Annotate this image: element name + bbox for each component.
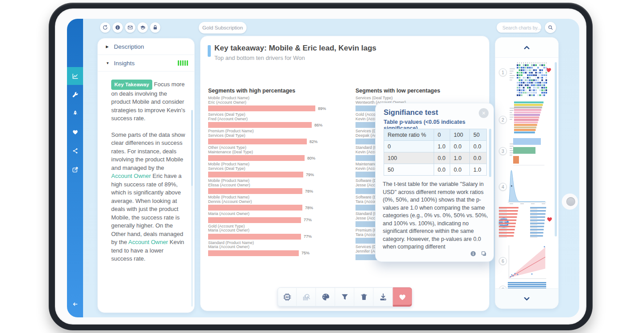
section-insights[interactable]: ▼ Insights bbox=[98, 55, 194, 72]
chart-thumbnail-4[interactable]: 4 bbox=[495, 167, 559, 205]
table-header-cell: 50 bbox=[470, 129, 487, 141]
table-cell: 0.0 bbox=[470, 152, 487, 164]
significance-popup: Signifiance test × Table p-values (<0.05… bbox=[375, 103, 494, 262]
driver-value: 77% bbox=[304, 234, 312, 239]
driver-row: Other (Account Type)Maintenance (Deal Ty… bbox=[208, 146, 337, 161]
driver-row: Mobile (Product Name)Dennis (Account Own… bbox=[208, 195, 337, 211]
home-button[interactable] bbox=[566, 197, 575, 206]
driver-value: 78% bbox=[305, 206, 313, 210]
chart-thumbnail-2[interactable]: 2 bbox=[495, 100, 559, 137]
table-scrollbar[interactable] bbox=[489, 129, 491, 177]
sidebar bbox=[67, 19, 83, 317]
driver-bar[interactable] bbox=[208, 250, 299, 256]
sidebar-item-charts[interactable] bbox=[67, 67, 83, 85]
driver-labels: Mobile (Product Name)Services (Deal Type… bbox=[208, 162, 337, 171]
chart-thumbnail-3[interactable]: 3 bbox=[495, 137, 559, 167]
triangle-down-icon: ▼ bbox=[106, 61, 114, 65]
driver-row: Maria (Account Owner)77% bbox=[208, 212, 337, 223]
driver-bar[interactable] bbox=[208, 234, 301, 240]
driver-value: 89% bbox=[318, 106, 326, 111]
account-owner-link[interactable]: Account Owner bbox=[111, 173, 151, 179]
info-icon-button[interactable] bbox=[113, 22, 123, 33]
table-cell: 0 bbox=[384, 141, 434, 152]
driver-bar[interactable] bbox=[208, 217, 301, 223]
filter-button[interactable] bbox=[335, 287, 355, 307]
driver-bar[interactable] bbox=[208, 139, 307, 144]
app-screen: Gold Subscription Search charts by... ▶ … bbox=[67, 19, 579, 317]
driver-bar[interactable] bbox=[208, 188, 302, 194]
driver-bar[interactable] bbox=[208, 172, 303, 177]
collapse-sidebar-button[interactable] bbox=[67, 291, 83, 317]
insight-text-segment: Some parts of the data show clear differ… bbox=[111, 131, 185, 171]
chart-thumbnail-5[interactable]: 5 bbox=[495, 205, 559, 241]
driver-value: 86% bbox=[314, 123, 322, 127]
rocket-icon bbox=[72, 110, 79, 117]
palette-button[interactable] bbox=[316, 287, 335, 307]
driver-bar[interactable] bbox=[208, 105, 315, 111]
chart-thumbnail-6[interactable]: 6 bbox=[495, 241, 559, 282]
scroll-down-button[interactable] bbox=[495, 288, 558, 308]
sidebar-item-favorites[interactable] bbox=[67, 122, 83, 141]
driver-labels: Gold (Account Type)Maria (Account Owner) bbox=[208, 224, 337, 233]
account-owner-link[interactable]: Account Owner bbox=[128, 239, 168, 245]
download-icon bbox=[379, 293, 387, 301]
driver-labels: Mobile (Product Name)Eric (Account Owner… bbox=[208, 96, 337, 105]
sidebar-item-tools[interactable] bbox=[67, 85, 83, 104]
driver-labels: Services (Deal Type)Fred (Account Owner) bbox=[208, 113, 337, 121]
ai-button[interactable]: AI bbox=[278, 287, 297, 307]
driver-labels: Maria (Account Owner) bbox=[208, 212, 337, 216]
chart-line-icon bbox=[72, 73, 79, 80]
sidebar-item-share[interactable] bbox=[67, 141, 83, 160]
chart-zoom-button[interactable] bbox=[297, 287, 316, 307]
search-input[interactable]: Search charts by... bbox=[497, 22, 541, 33]
driver-bar[interactable] bbox=[208, 122, 312, 128]
driver-value: 80% bbox=[307, 156, 315, 160]
favorite-button[interactable] bbox=[393, 287, 412, 307]
delete-button[interactable] bbox=[355, 287, 374, 307]
history-icon-button[interactable] bbox=[100, 22, 110, 33]
education-icon-button[interactable] bbox=[138, 22, 148, 33]
table-cell: 0.0 bbox=[434, 164, 450, 176]
p-value-table: Remote ratio %01005001.00.00.01000.01.00… bbox=[384, 129, 487, 176]
table-header-cell: 100 bbox=[450, 129, 470, 141]
driver-row: Mobile (Product Name)Eric (Account Owner… bbox=[208, 96, 337, 111]
thumbnail-chart-preview bbox=[499, 207, 554, 239]
thumbnails-scrollbar[interactable] bbox=[555, 62, 557, 236]
close-icon[interactable]: × bbox=[479, 108, 489, 118]
download-button[interactable] bbox=[374, 287, 393, 307]
heart-icon bbox=[398, 293, 406, 301]
driver-bar[interactable] bbox=[208, 155, 305, 161]
high-percent-chart: Segments with high percentages Mobile (P… bbox=[208, 88, 337, 257]
search-button[interactable] bbox=[545, 22, 556, 33]
lock-icon-button[interactable] bbox=[150, 22, 160, 33]
trash-icon bbox=[360, 293, 368, 301]
popup-body-text: The t-test table for the variable "Salar… bbox=[383, 181, 488, 251]
mail-icon bbox=[127, 25, 133, 30]
copy-icon[interactable] bbox=[481, 250, 487, 257]
sidebar-item-boost[interactable] bbox=[67, 104, 83, 122]
chart-thumbnail-1[interactable]: 1 bbox=[495, 61, 559, 100]
svg-text:AI: AI bbox=[286, 295, 289, 299]
thumbnail-number: 2 bbox=[499, 116, 507, 124]
section-label: Insights bbox=[114, 60, 135, 67]
chart-title: Key takeaway: Mobile & Eric lead, Kevin … bbox=[214, 44, 376, 53]
search-placeholder: Search charts by... bbox=[502, 25, 541, 30]
chart-column-header: Segments with high percentages bbox=[208, 88, 337, 94]
share-icon bbox=[72, 148, 79, 154]
info-icon[interactable] bbox=[470, 250, 477, 257]
driver-value: 82% bbox=[309, 139, 318, 144]
table-cell: 50 bbox=[384, 164, 434, 176]
section-description[interactable]: ▶ Description bbox=[98, 38, 194, 55]
driver-labels: Other (Account Type)Maintenance (Deal Ty… bbox=[208, 146, 337, 154]
sidebar-item-edit[interactable] bbox=[67, 160, 83, 179]
palette-icon bbox=[321, 293, 330, 301]
driver-value: 77% bbox=[304, 218, 312, 222]
table-cell: 0.0 bbox=[470, 141, 487, 152]
driver-bar[interactable] bbox=[208, 205, 302, 211]
panel-scrollbar[interactable] bbox=[191, 110, 193, 307]
scroll-up-button[interactable] bbox=[495, 38, 558, 58]
table-cell: 0.0 bbox=[450, 164, 470, 176]
mail-icon-button[interactable] bbox=[125, 22, 135, 33]
subscription-label: Gold Subscription bbox=[202, 25, 243, 30]
driver-labels: Standard (Product Name)Maria (Account Ow… bbox=[208, 241, 337, 249]
